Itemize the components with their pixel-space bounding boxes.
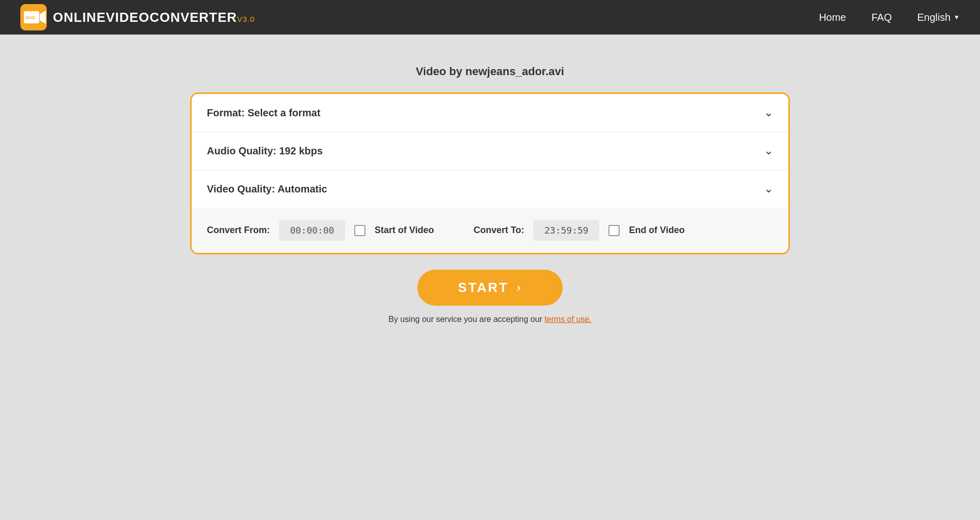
logo-text: OnlineVideoConverterv3.0 [53,10,255,25]
format-chevron-icon: ⌄ [764,106,773,119]
end-of-video-label: End of Video [629,225,685,236]
end-of-video-checkbox[interactable] [608,225,620,236]
logo-icon: OVC [20,4,47,30]
terms-notice: By using our service you are accepting o… [388,315,591,324]
main-content: Video by newjeans_ador.avi Format: Selec… [0,35,980,324]
converter-box: Format: Select a format ⌄ Audio Quality:… [190,92,790,254]
convert-to-input[interactable] [533,220,599,241]
nav-faq[interactable]: FAQ [871,12,892,23]
convert-from-input[interactable] [279,220,345,241]
video-chevron-icon: ⌄ [764,182,773,196]
start-of-video-checkbox[interactable] [354,225,365,236]
convert-range-row: Convert From: Start of Video Convert To:… [192,208,788,253]
start-of-video-label: Start of Video [375,225,434,236]
page-title: Video by newjeans_ador.avi [416,65,564,78]
start-arrow-icon: › [517,281,522,295]
video-quality-dropdown[interactable]: Video Quality: Automatic ⌄ [192,170,788,208]
start-button[interactable]: START › [417,270,563,306]
site-header: OVC OnlineVideoConverterv3.0 Home FAQ En… [0,0,980,35]
audio-quality-dropdown[interactable]: Audio Quality: 192 kbps ⌄ [192,132,788,170]
logo-area: OVC OnlineVideoConverterv3.0 [20,4,255,30]
convert-from-label: Convert From: [207,225,270,236]
video-label: Video Quality: Automatic [207,183,327,195]
terms-link[interactable]: terms of use. [544,315,591,323]
convert-to-section: Convert To: End of Video [474,220,685,241]
main-nav: Home FAQ English [819,12,960,23]
format-label: Format: Select a format [207,107,320,119]
convert-to-label: Convert To: [474,225,525,236]
audio-chevron-icon: ⌄ [764,144,773,157]
audio-label: Audio Quality: 192 kbps [207,145,323,157]
nav-home[interactable]: Home [819,12,846,23]
svg-text:OVC: OVC [25,15,36,20]
format-dropdown[interactable]: Format: Select a format ⌄ [192,94,788,132]
nav-language[interactable]: English [917,12,960,23]
